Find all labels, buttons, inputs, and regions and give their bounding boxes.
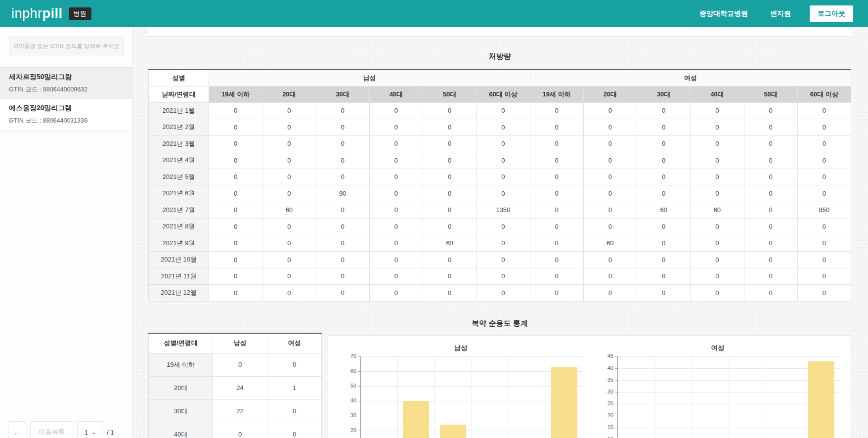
value-cell: 0 — [583, 169, 637, 185]
drug-list-item-2[interactable]: 에스올정20밀리그램 GTIN 코드 : 8806440031336 — [0, 99, 132, 131]
adherence-female-value: 0 — [267, 399, 322, 423]
adherence-row: 19세 이하00 — [149, 353, 322, 376]
date-cell: 2021년 4월 — [149, 152, 209, 169]
value-cell: 0 — [744, 169, 797, 185]
age-header-row: 날짜/연령대 19세 이하20대30대40대50대60대 이상19세 이하20대… — [149, 86, 851, 102]
age-header: 20대 — [583, 86, 637, 102]
y-axis-label: 20 — [338, 427, 356, 433]
value-cell: 0 — [369, 252, 423, 268]
age-header: 60대 이상 — [477, 86, 530, 102]
value-cell: 0 — [423, 135, 477, 152]
y-axis-tick — [615, 404, 617, 404]
app-logo: inphr pill — [11, 6, 63, 21]
adherence-row: 40대00 — [149, 423, 322, 438]
value-cell: 0 — [209, 135, 262, 152]
value-cell: 0 — [583, 252, 637, 268]
age-header: 50대 — [423, 86, 477, 102]
prescription-table: 성별 남성 여성 날짜/연령대 19세 이하20대30대40대50대60대 이상… — [148, 69, 851, 302]
value-cell: 0 — [209, 102, 262, 119]
date-cell: 2021년 5월 — [149, 169, 209, 185]
value-cell: 0 — [744, 252, 797, 268]
y-axis-tick — [358, 431, 360, 431]
prescription-title: 처방량 — [148, 52, 851, 61]
y-axis-label: 50 — [338, 383, 356, 389]
value-cell: 0 — [583, 185, 637, 202]
value-cell: 0 — [209, 185, 262, 202]
y-axis-label: 40 — [595, 365, 613, 371]
value-cell: 90 — [316, 185, 369, 202]
adherence-age-header: 성별/연령대 — [149, 333, 213, 353]
value-cell: 0 — [691, 235, 744, 252]
bar — [551, 367, 577, 438]
adherence-male-value: 22 — [213, 399, 267, 423]
value-cell: 0 — [691, 252, 744, 268]
page-select[interactable]: 1 ⌄ — [77, 421, 103, 438]
prescription-row: 2021년 5월000000000000 — [149, 169, 851, 185]
value-cell: 0 — [744, 268, 797, 285]
value-cell: 0 — [369, 102, 423, 119]
drug-gtin-code: GTIN 코드 : 8806440031336 — [9, 117, 132, 125]
prescription-row: 2021년 2월000000000000 — [149, 119, 851, 136]
drug-search-input[interactable] — [9, 37, 123, 55]
header-divider — [759, 9, 759, 18]
value-cell: 60 — [691, 202, 744, 219]
value-cell: 0 — [262, 252, 316, 268]
value-cell: 0 — [530, 119, 583, 136]
main-content: 처방량 성별 남성 여성 날짜/연령대 19세 이하20대30대40대50대60… — [132, 27, 868, 438]
date-cell: 2021년 8월 — [149, 219, 209, 235]
drug-list-item-1[interactable]: 세자르정50밀리그람 GTIN 코드 : 8806440009632 — [0, 67, 132, 99]
adherence-charts-card: 남성706050403020100여성454035302520151050 — [328, 335, 850, 438]
value-cell: 0 — [583, 202, 637, 219]
prescription-row: 2021년 7월06000013500060600850 — [149, 202, 851, 219]
y-axis-tick — [615, 368, 617, 369]
logo-text: inphr — [11, 6, 43, 21]
age-header: 19세 이하 — [209, 86, 262, 102]
value-cell: 0 — [637, 135, 691, 152]
value-cell: 0 — [369, 219, 423, 235]
y-axis-label: 10 — [595, 436, 613, 438]
y-axis-tick — [358, 371, 360, 372]
value-cell: 0 — [797, 185, 851, 202]
adherence-title: 복약 순응도 통계 — [148, 319, 851, 328]
value-cell: 0 — [744, 285, 797, 302]
next-list-button[interactable]: 다음목록 — [30, 421, 73, 438]
value-cell: 0 — [316, 102, 369, 119]
value-cell: 0 — [637, 102, 691, 119]
female-group-header: 여성 — [530, 70, 851, 86]
bar — [440, 425, 466, 438]
y-axis-label: 20 — [595, 412, 613, 418]
value-cell: 0 — [797, 169, 851, 185]
value-cell: 0 — [530, 202, 583, 219]
back-arrow-button[interactable]: ← — [8, 421, 26, 438]
logout-button[interactable]: 로그아웃 — [810, 5, 853, 22]
value-cell: 0 — [530, 169, 583, 185]
value-cell: 0 — [583, 135, 637, 152]
value-cell: 0 — [691, 102, 744, 119]
age-header: 40대 — [369, 86, 423, 102]
value-cell: 60 — [583, 235, 637, 252]
value-cell: 60 — [262, 202, 316, 219]
chart-title: 남성 — [339, 344, 583, 352]
value-cell: 0 — [744, 102, 797, 119]
adherence-male-value: 0 — [213, 353, 267, 376]
value-cell: 850 — [797, 202, 851, 219]
value-cell: 60 — [637, 202, 691, 219]
hospital-name: 중앙대학교병원 — [699, 9, 748, 18]
value-cell: 0 — [691, 135, 744, 152]
date-cell: 2021년 2월 — [149, 119, 209, 136]
sidebar: 세자르정50밀리그람 GTIN 코드 : 8806440009632 에스올정2… — [0, 27, 132, 438]
value-cell: 0 — [369, 152, 423, 169]
date-cell: 2021년 6월 — [149, 185, 209, 202]
adherence-row: 20대241 — [149, 376, 322, 399]
logo-text-bold: pill — [43, 6, 63, 21]
y-axis-tick — [358, 401, 360, 401]
app-window: inphr pill 병원 중앙대학교병원 변지원 로그아웃 세자르정50밀리그… — [0, 0, 868, 438]
prescription-row: 2021년 10월000000000000 — [149, 252, 851, 268]
prescription-row: 2021년 8월000000000000 — [149, 219, 851, 235]
page-total-label: / 1 — [107, 429, 114, 436]
value-cell: 0 — [583, 152, 637, 169]
value-cell: 0 — [423, 152, 477, 169]
prescription-row: 2021년 6월0090000000000 — [149, 185, 851, 202]
value-cell: 0 — [637, 169, 691, 185]
value-cell: 0 — [369, 235, 423, 252]
